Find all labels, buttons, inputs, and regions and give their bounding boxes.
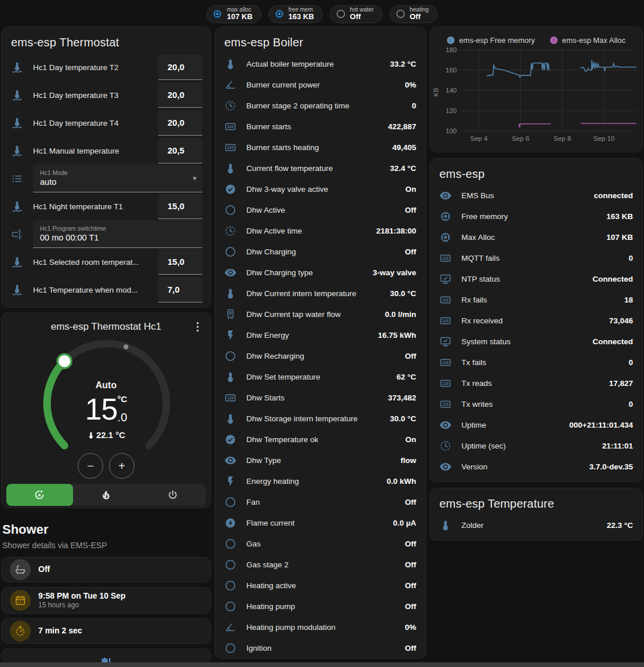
- entity-value: 0.0 µA: [388, 519, 416, 527]
- dial-handle[interactable]: [57, 354, 71, 368]
- timer-icon: [14, 625, 26, 637]
- thermostat-hc1-card: ems-esp Thermostat Hc1 Auto 15°C.0 22.1 …: [1, 312, 211, 508]
- entity-row[interactable]: Dhw Energy16.75 kWh: [215, 325, 425, 345]
- clock-icon: [224, 225, 237, 237]
- entity-row[interactable]: Uptime (sec)21:11:01: [430, 435, 642, 456]
- entity-row[interactable]: System statusConnected: [430, 331, 642, 352]
- bath-icon: [14, 564, 26, 575]
- entity-row[interactable]: Free memory163 KB: [430, 206, 642, 227]
- shower-subheading: Shower details via EMS-ESP: [2, 541, 210, 550]
- entity-row[interactable]: Current flow temperature32.4 °C: [215, 158, 425, 178]
- entity-row[interactable]: Dhw Set temperature62 °C: [215, 366, 425, 387]
- entity-name: Version: [461, 462, 487, 471]
- entity-name: Hc1 Manual temperature: [33, 147, 158, 155]
- entity-row[interactable]: Energy heating0.0 kWh: [215, 471, 425, 491]
- entity-row[interactable]: Dhw Charging type3-way valve: [215, 262, 425, 283]
- entity-row[interactable]: Dhw Active time2181:38:00: [215, 220, 425, 241]
- entity-name: Fan: [246, 498, 260, 506]
- more-options-icon[interactable]: [191, 320, 205, 334]
- entity-value: 0: [624, 400, 633, 409]
- legend-item[interactable]: ems-esp Max Alloc: [550, 35, 625, 46]
- status-chip[interactable]: hot waterOff: [330, 5, 383, 23]
- y-tick-label: 160: [446, 67, 457, 74]
- counter-icon: [224, 121, 237, 133]
- entity-row[interactable]: Dhw Typeflow: [215, 450, 425, 471]
- legend-item[interactable]: ems-esp Free memory: [447, 35, 535, 46]
- entity-row[interactable]: Version3.7.0-dev.35: [430, 456, 642, 477]
- bottom-scrollbar[interactable]: [0, 662, 644, 667]
- entity-value: 17,827: [605, 379, 633, 388]
- number-input[interactable]: 15,0: [158, 249, 202, 275]
- entity-row[interactable]: Gas stage 2Off: [215, 554, 425, 575]
- entity-row[interactable]: Dhw ChargingOff: [215, 241, 425, 262]
- clock-icon: [439, 440, 452, 452]
- entity-name: Hc1 Day temperature T4: [33, 119, 158, 127]
- hvac-mode-heat-button[interactable]: [73, 484, 140, 506]
- entity-row[interactable]: EMS Busconnected: [430, 185, 642, 206]
- entity-name: Burner starts: [246, 122, 291, 131]
- shower-alert-card[interactable]: ❄!: [1, 648, 211, 664]
- entity-row[interactable]: Burner stage 2 operating time0: [215, 95, 425, 116]
- entity-row[interactable]: Max Alloc107 KB: [430, 227, 642, 247]
- entity-value: Connected: [588, 337, 633, 346]
- entity-row[interactable]: Actual boiler temperature33.2 °C: [215, 53, 425, 74]
- auto-icon: [34, 489, 45, 501]
- entity-row[interactable]: Heating pump modulation0%: [215, 617, 425, 637]
- shower-info-card[interactable]: 9:58 PM on Tue 10 Sep15 hours ago: [1, 587, 211, 614]
- shower-info-card[interactable]: 7 min 2 sec: [1, 618, 211, 644]
- entity-row[interactable]: Dhw 3-way valve activeOn: [215, 178, 425, 199]
- thermo-water-icon: [11, 256, 23, 268]
- entity-row[interactable]: Burner current power0%: [215, 74, 425, 95]
- number-input[interactable]: 20,0: [158, 110, 202, 136]
- entity-row[interactable]: GasOff: [215, 533, 425, 554]
- hvac-mode-auto-button[interactable]: [6, 484, 73, 506]
- entity-row[interactable]: Flame current0.0 µA: [215, 512, 425, 533]
- entity-row[interactable]: Uptime000+21:11:01.434: [430, 414, 642, 435]
- entity-name: Dhw Active time: [246, 227, 302, 235]
- entity-row[interactable]: Heating pumpOff: [215, 596, 425, 617]
- y-tick-label: 100: [446, 127, 457, 134]
- thermostat-row: Hc1 Temperature when mod...7,0: [2, 276, 210, 304]
- entity-row[interactable]: Dhw Current tap water flow0.0 l/min: [215, 304, 425, 325]
- entity-row[interactable]: Dhw Temperature okOn: [215, 429, 425, 450]
- entity-row[interactable]: Tx fails0: [430, 352, 642, 373]
- shower-info-card[interactable]: Off: [1, 557, 211, 582]
- entity-row[interactable]: Dhw Current intern temperature30.0 °C: [215, 283, 425, 304]
- entity-row[interactable]: FanOff: [215, 491, 425, 512]
- entity-row[interactable]: Rx fails18: [430, 289, 642, 310]
- entity-value: 3-way valve: [368, 268, 416, 277]
- thermo-water-icon: [11, 145, 23, 157]
- chip-value: Off: [410, 13, 429, 21]
- entity-row[interactable]: Dhw RechargingOff: [215, 345, 425, 366]
- entity-row[interactable]: Heating activeOff: [215, 575, 425, 596]
- entity-row[interactable]: IgnitionOff: [215, 637, 425, 658]
- mode-select[interactable]: Hc1 Modeauto▾: [33, 165, 202, 192]
- temperature-decrease-button[interactable]: −: [78, 453, 103, 479]
- hvac-mode-off-button[interactable]: [139, 484, 206, 506]
- entity-row[interactable]: Tx writes0: [430, 393, 642, 414]
- entity-name: Dhw Starts: [246, 393, 285, 402]
- thermo-water-icon: [11, 89, 23, 101]
- check-circle-icon: [224, 183, 237, 195]
- number-input[interactable]: 20,5: [158, 138, 202, 163]
- status-chip[interactable]: free mem163 KB: [268, 5, 323, 23]
- temperature-increase-button[interactable]: +: [109, 453, 134, 479]
- entity-row[interactable]: Dhw Starts373,482: [215, 387, 425, 408]
- status-chip[interactable]: heatingOff: [390, 5, 438, 23]
- text-input[interactable]: Hc1 Program switchtime00 mo 00:00 T1: [33, 220, 202, 248]
- number-input[interactable]: 7,0: [158, 277, 202, 302]
- entity-row[interactable]: Rx received73,046: [430, 310, 642, 331]
- entity-row[interactable]: Burner starts heating49,405: [215, 137, 425, 158]
- entity-row[interactable]: Dhw ActiveOff: [215, 199, 425, 220]
- number-input[interactable]: 20,0: [158, 54, 202, 80]
- entity-row[interactable]: MQTT fails0: [430, 247, 642, 268]
- entity-row[interactable]: Zolder22.3 °C: [430, 515, 642, 535]
- entity-row[interactable]: Burner starts422,887: [215, 116, 425, 137]
- entity-row[interactable]: Tx reads17,827: [430, 373, 642, 393]
- status-chip[interactable]: max alloc107 KB: [206, 5, 261, 23]
- entity-name: Dhw Current tap water flow: [246, 310, 341, 319]
- number-input[interactable]: 20,0: [158, 82, 202, 108]
- entity-row[interactable]: Dhw Storage intern temperature30.0 °C: [215, 408, 425, 429]
- number-input[interactable]: 15,0: [158, 194, 202, 219]
- entity-row[interactable]: NTP statusConnected: [430, 268, 642, 289]
